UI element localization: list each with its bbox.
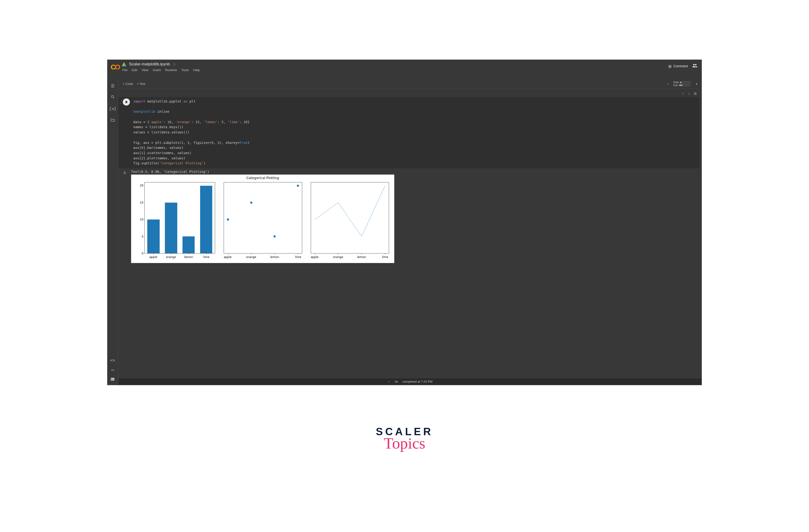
cell-output: ⎘ Text(0.5, 0.98, 'Categorical Plotting'…: [118, 170, 699, 263]
run-cell-button[interactable]: [123, 99, 130, 106]
bar: [183, 236, 195, 253]
cell-duration-label: 0s: [120, 102, 122, 104]
sidebar: ☰ {x} <> ▭: [107, 79, 118, 385]
drive-icon: [122, 62, 126, 66]
resource-usage[interactable]: RAM Disk: [673, 81, 690, 87]
code-editor[interactable]: import matplotlib.pyplot as plt %matplot…: [132, 97, 699, 169]
code-cell[interactable]: ✓ 0s import matplotlib.pyplot as plt %ma…: [118, 97, 699, 169]
move-up-icon[interactable]: ↑: [682, 92, 684, 95]
comment-icon: ▤: [668, 64, 671, 68]
menu-runtime[interactable]: Runtime: [165, 68, 177, 72]
star-icon[interactable]: ☆: [172, 61, 176, 67]
scatter-point: [297, 185, 299, 187]
disk-label: Disk: [673, 84, 678, 87]
xtick-label: orange: [246, 255, 256, 259]
xtick-label: lemon: [270, 255, 279, 259]
status-bar: ✓ 0s completed at 7:20 PM: [118, 378, 702, 385]
play-icon: [126, 101, 128, 104]
subplot-bar: 05101520appleorangelemonlime: [135, 180, 217, 261]
variables-icon[interactable]: {x}: [109, 106, 116, 111]
menu-tools[interactable]: Tools: [181, 68, 189, 72]
bar: [200, 186, 212, 253]
scatter-point: [227, 218, 229, 221]
ytick-label: 0: [135, 252, 143, 255]
xtick-label: lemon: [357, 255, 366, 259]
ram-label: RAM: [673, 81, 678, 84]
matplotlib-figure: Categorical Plotting 05101520appleorange…: [131, 175, 394, 263]
xtick-label: lime: [203, 255, 209, 259]
xtick-label: orange: [166, 255, 176, 259]
menu-help[interactable]: Help: [193, 68, 200, 72]
xtick-label: orange: [333, 255, 343, 259]
status-check-icon: ✓: [388, 379, 391, 384]
svg-line-1: [113, 97, 114, 98]
comment-button[interactable]: ▤ Comment: [668, 64, 688, 68]
menu-insert[interactable]: Insert: [153, 68, 161, 72]
header: CO Scalar-matplotlib.ipynb ☆ FileEditVie…: [107, 60, 702, 79]
status-message: completed at 7:20 PM: [402, 380, 432, 383]
line-series: [311, 182, 389, 253]
xtick-label: lemon: [184, 255, 193, 259]
scaler-topics-logo: SCALER Topics: [376, 426, 433, 452]
add-text-button[interactable]: + Text: [137, 82, 145, 86]
ytick-label: 20: [135, 184, 143, 187]
notebook-title[interactable]: Scalar-matplotlib.ipynb: [129, 62, 170, 67]
menu-edit[interactable]: Edit: [132, 68, 137, 72]
resource-caret-icon[interactable]: ▾: [694, 82, 698, 86]
colab-window: CO Scalar-matplotlib.ipynb ☆ FileEditVie…: [107, 59, 702, 385]
figure-suptitle: Categorical Plotting: [134, 176, 392, 180]
subplot-scatter: appleorangelemonlime: [222, 180, 303, 261]
connected-check-icon: ✓: [667, 82, 670, 86]
svg-rect-2: [111, 378, 115, 381]
scatter-point: [250, 202, 252, 204]
share-icon[interactable]: [692, 64, 698, 69]
subplot-line: appleorangelemonlime: [309, 180, 391, 261]
terminal-icon[interactable]: [111, 377, 115, 382]
cell-toolbar: ↑ ↓ ⧉: [118, 91, 702, 97]
output-collapse-icon[interactable]: ⎘: [124, 171, 126, 263]
xtick-label: apple: [224, 255, 231, 259]
bar: [165, 202, 177, 253]
files-icon[interactable]: [111, 118, 115, 123]
ytick-label: 10: [135, 218, 143, 221]
xtick-label: apple: [150, 255, 157, 259]
cell-executed-check-icon: ✓: [120, 99, 122, 102]
move-down-icon[interactable]: ↓: [688, 92, 690, 95]
add-code-button[interactable]: + Code: [122, 82, 133, 86]
output-text: Text(0.5, 0.98, 'Categorical Plotting'): [131, 170, 699, 175]
status-duration: 0s: [395, 380, 398, 383]
xtick-label: lime: [295, 255, 301, 259]
colab-logo[interactable]: CO: [110, 61, 122, 71]
ytick-label: 15: [135, 201, 143, 204]
link-icon[interactable]: ⧉: [694, 92, 696, 95]
svg-point-0: [111, 95, 114, 97]
search-icon[interactable]: [111, 95, 115, 100]
ytick-label: 5: [135, 235, 143, 238]
code-snippets-icon[interactable]: <>: [110, 358, 115, 363]
xtick-label: lime: [382, 255, 388, 259]
topics-wordmark: Topics: [376, 434, 433, 452]
comment-label: Comment: [673, 64, 688, 68]
command-palette-icon[interactable]: ▭: [111, 368, 114, 372]
bar: [147, 219, 160, 253]
menu-file[interactable]: File: [122, 68, 127, 72]
menu-view[interactable]: View: [141, 68, 149, 72]
toc-icon[interactable]: ☰: [111, 84, 115, 88]
xtick-label: apple: [310, 255, 319, 259]
toolbar: + Code + Text ✓ RAM Disk ▾: [118, 79, 702, 89]
scatter-point: [274, 235, 276, 237]
menu-bar: FileEditViewInsertRuntimeToolsHelp: [122, 67, 668, 72]
